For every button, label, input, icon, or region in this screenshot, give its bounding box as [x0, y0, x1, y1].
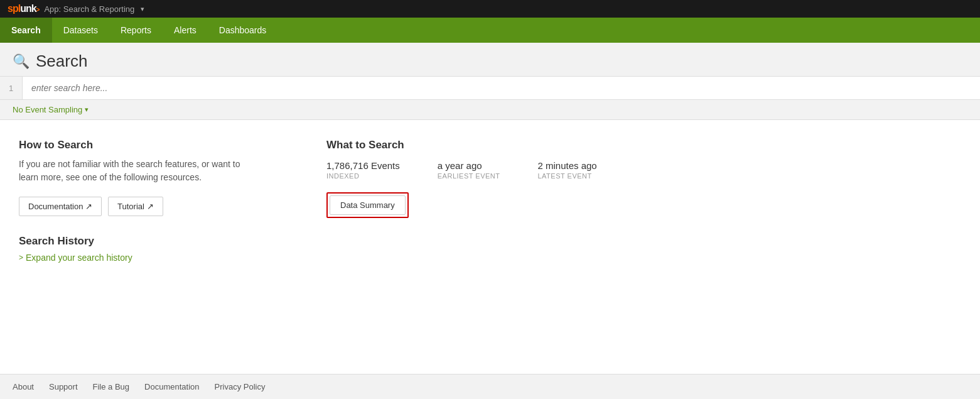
data-summary-button[interactable]: Data Summary [330, 195, 406, 215]
data-summary-highlight: Data Summary [326, 192, 409, 218]
documentation-button[interactable]: Documentation ↗ [19, 197, 102, 216]
splunk-logo: splunk> [8, 3, 39, 14]
nav-item-alerts[interactable]: Alerts [163, 18, 208, 43]
stat-latest: 2 minutes ago LATEST EVENT [537, 160, 596, 180]
right-panel: What to Search 1,786,716 Events INDEXED … [320, 139, 961, 263]
expand-history-label: Expand your search history [26, 253, 132, 263]
main-content: How to Search If you are not familiar wi… [0, 120, 980, 288]
stat-indexed: 1,786,716 Events INDEXED [326, 160, 400, 180]
tutorial-button[interactable]: Tutorial ↗ [108, 197, 163, 216]
expand-search-history-link[interactable]: > Expand your search history [19, 253, 295, 263]
app-dropdown-arrow[interactable]: ▾ [141, 5, 144, 13]
search-history-title: Search History [19, 235, 295, 248]
what-to-search-title: What to Search [326, 139, 961, 151]
nav-bar: Search Datasets Reports Alerts Dashboard… [0, 18, 980, 43]
chevron-down-icon: ▾ [85, 106, 89, 114]
app-label: App: Search & Reporting [44, 4, 134, 14]
chevron-right-icon: > [19, 253, 23, 262]
how-to-search-buttons: Documentation ↗ Tutorial ↗ [19, 197, 295, 216]
nav-item-dashboards[interactable]: Dashboards [208, 18, 278, 43]
search-input-area: 1 [0, 77, 980, 100]
events-count: 1,786,716 Events [326, 160, 400, 171]
event-sampling-dropdown[interactable]: No Event Sampling ▾ [13, 105, 89, 114]
no-event-sampling-label: No Event Sampling [13, 105, 82, 114]
nav-item-datasets[interactable]: Datasets [52, 18, 109, 43]
left-panel: How to Search If you are not familiar wi… [19, 139, 320, 263]
line-number: 1 [0, 77, 23, 99]
sampling-bar: No Event Sampling ▾ [0, 100, 980, 120]
nav-item-reports[interactable]: Reports [109, 18, 163, 43]
how-to-search-description: If you are not familiar with the search … [19, 158, 245, 184]
stats-row: 1,786,716 Events INDEXED a year ago EARL… [326, 160, 961, 180]
nav-item-search[interactable]: Search [0, 18, 52, 43]
search-input[interactable] [23, 77, 980, 99]
earliest-value: a year ago [438, 160, 500, 171]
page-title: Search [36, 52, 87, 71]
top-bar: splunk> App: Search & Reporting ▾ [0, 0, 980, 18]
latest-label: LATEST EVENT [537, 172, 596, 180]
how-to-search-title: How to Search [19, 139, 295, 151]
search-header: 🔍 Search [0, 43, 980, 77]
earliest-label: EARLIEST EVENT [438, 172, 500, 180]
indexed-label: INDEXED [326, 172, 400, 180]
search-icon-large: 🔍 [13, 53, 30, 70]
latest-value: 2 minutes ago [537, 160, 596, 171]
stat-earliest: a year ago EARLIEST EVENT [438, 160, 500, 180]
